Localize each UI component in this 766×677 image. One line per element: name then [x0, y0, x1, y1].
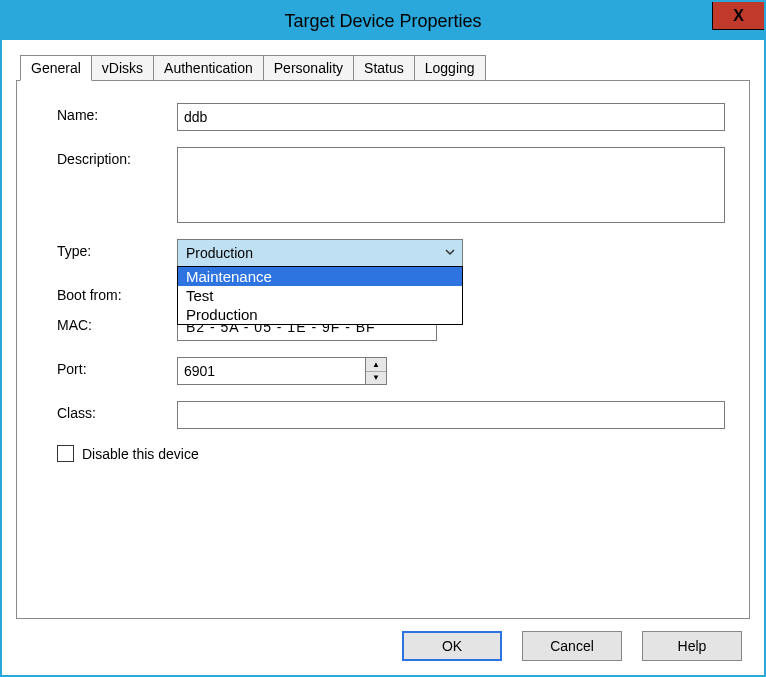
chevron-down-icon: [444, 246, 456, 261]
client-area: General vDisks Authentication Personalit…: [2, 40, 764, 675]
class-input[interactable]: [177, 401, 725, 429]
dialog-window: Target Device Properties X General vDisk…: [0, 0, 766, 677]
tab-general[interactable]: General: [20, 55, 92, 81]
tab-personality[interactable]: Personality: [264, 55, 354, 81]
port-spin-up[interactable]: ▲: [366, 358, 386, 372]
label-class: Class:: [57, 401, 177, 421]
port-input[interactable]: [177, 357, 366, 385]
window-title: Target Device Properties: [2, 11, 764, 32]
close-icon: X: [733, 7, 744, 25]
spin-up-icon: ▲: [372, 360, 380, 369]
tab-vdisks[interactable]: vDisks: [92, 55, 154, 81]
label-boot-from: Boot from:: [57, 283, 177, 303]
disable-checkbox[interactable]: [57, 445, 74, 462]
label-type: Type:: [57, 239, 177, 259]
tab-logging[interactable]: Logging: [415, 55, 486, 81]
label-name: Name:: [57, 103, 177, 123]
tab-authentication[interactable]: Authentication: [154, 55, 264, 81]
label-description: Description:: [57, 147, 177, 167]
titlebar: Target Device Properties X: [2, 2, 764, 40]
label-port: Port:: [57, 357, 177, 377]
type-selected-value: Production: [186, 245, 253, 261]
dialog-button-row: OK Cancel Help: [16, 619, 750, 665]
type-option-maintenance[interactable]: Maintenance: [178, 267, 462, 286]
help-button[interactable]: Help: [642, 631, 742, 661]
name-input[interactable]: [177, 103, 725, 131]
close-button[interactable]: X: [712, 2, 764, 30]
type-option-test[interactable]: Test: [178, 286, 462, 305]
ok-button[interactable]: OK: [402, 631, 502, 661]
tab-strip: General vDisks Authentication Personalit…: [20, 55, 750, 81]
description-input[interactable]: [177, 147, 725, 223]
tab-status[interactable]: Status: [354, 55, 415, 81]
type-option-production[interactable]: Production: [178, 305, 462, 324]
cancel-button[interactable]: Cancel: [522, 631, 622, 661]
tab-panel-general: Name: Description: Type: Production: [16, 80, 750, 619]
spin-down-icon: ▼: [372, 373, 380, 382]
label-mac: MAC:: [57, 313, 177, 333]
port-spinner: ▲ ▼: [177, 357, 309, 385]
type-combobox[interactable]: Production: [177, 239, 463, 267]
port-spin-down[interactable]: ▼: [366, 372, 386, 385]
type-dropdown-list: Maintenance Test Production: [177, 266, 463, 325]
label-disable: Disable this device: [82, 446, 199, 462]
